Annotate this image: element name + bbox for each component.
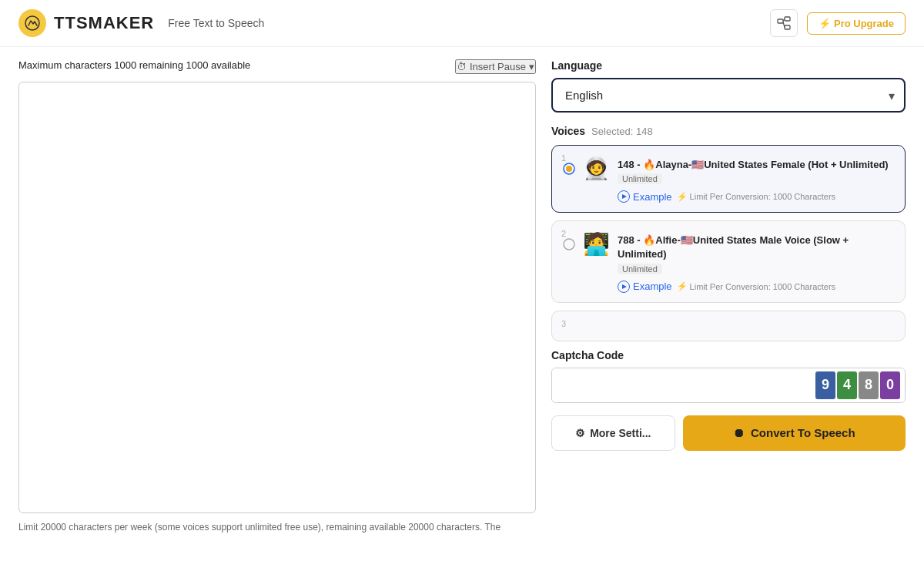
voices-label: Voices	[551, 125, 585, 137]
svg-line-5	[783, 22, 785, 28]
voice-radio-2[interactable]	[563, 238, 575, 253]
bolt-icon-2: ⚡	[677, 281, 688, 291]
svg-line-4	[783, 19, 785, 22]
app-subtitle: Free Text to Speech	[168, 17, 264, 29]
voice-badge-2: Unlimited	[618, 264, 662, 274]
logo-area: TTSMAKER Free Text to Speech	[18, 9, 264, 37]
settings-icon: ⚙	[575, 427, 585, 439]
voice-avatar-2: 🧑‍💻	[583, 234, 610, 255]
pro-upgrade-button[interactable]: ⚡ Pro Upgrade	[807, 12, 906, 35]
captcha-char-2: 4	[837, 371, 857, 399]
example-label-1: Example	[633, 191, 672, 203]
voices-header: Voices Selected: 148	[551, 125, 906, 137]
voice-info-2: 788 - 🔥Alfie-🇺🇸United States Male Voice …	[618, 234, 894, 292]
char-info: Maximum characters 1000 remaining 1000 a…	[18, 59, 250, 71]
svg-point-10	[564, 239, 574, 250]
captcha-image: 9 4 8 0	[811, 368, 905, 402]
example-play-1[interactable]: Example	[618, 190, 672, 203]
example-play-2[interactable]: Example	[618, 281, 672, 293]
captcha-char-1: 9	[815, 371, 835, 399]
captcha-row: 9 4 8 0	[551, 368, 906, 403]
svg-marker-9	[622, 194, 627, 199]
language-label: Language	[551, 59, 906, 72]
voices-count: Selected: 148	[591, 126, 653, 137]
textarea-header: Maximum characters 1000 remaining 1000 a…	[18, 59, 536, 77]
settings-label: More Setti...	[590, 427, 651, 439]
captcha-char-3: 8	[859, 371, 879, 399]
clock-icon: ⏱	[457, 61, 467, 72]
example-label-2: Example	[633, 281, 672, 292]
voice-avatar-1: 🧑‍🚀	[583, 158, 610, 180]
voice-card-1-inner: 🧑‍🚀 148 - 🔥Alayna-🇺🇸United States Female…	[563, 158, 894, 203]
voice-radio-1[interactable]	[563, 163, 575, 177]
settings-button[interactable]: ⚙ More Setti...	[551, 415, 675, 451]
voice-badge-1: Unlimited	[618, 173, 662, 184]
insert-pause-label: Insert Pause	[470, 61, 526, 72]
bottom-buttons: ⚙ More Setti... ⏺ Convert To Speech	[551, 415, 906, 451]
pro-label: Pro Upgrade	[834, 18, 894, 29]
captcha-input[interactable]	[552, 368, 811, 402]
voice-num-1: 1	[561, 153, 566, 163]
main-container: Maximum characters 1000 remaining 1000 a…	[0, 47, 924, 533]
svg-rect-1	[778, 19, 783, 23]
chevron-down-icon: ▾	[529, 61, 534, 72]
convert-button[interactable]: ⏺ Convert To Speech	[683, 415, 906, 451]
left-panel: Maximum characters 1000 remaining 1000 a…	[18, 47, 536, 533]
voice-example-row-1: Example ⚡ Limit Per Conversion: 1000 Cha…	[618, 190, 894, 203]
language-select[interactable]: English Spanish French German Chinese Ja…	[551, 78, 906, 113]
header-actions: ⚡ Pro Upgrade	[770, 9, 906, 37]
voice-info-1: 148 - 🔥Alayna-🇺🇸United States Female (Ho…	[618, 158, 894, 203]
svg-marker-12	[622, 284, 627, 289]
right-panel: Language English Spanish French German C…	[551, 47, 906, 533]
pro-icon: ⚡	[819, 18, 831, 29]
limit-text-1: ⚡ Limit Per Conversion: 1000 Characters	[677, 192, 836, 202]
svg-rect-3	[785, 25, 790, 29]
convert-label: Convert To Speech	[751, 426, 855, 439]
app-name: TTSMAKER	[54, 13, 154, 33]
convert-icon: ⏺	[733, 426, 745, 439]
voice-name-1: 148 - 🔥Alayna-🇺🇸United States Female (Ho…	[618, 158, 894, 172]
voice-card-2-inner: 🧑‍💻 788 - 🔥Alfie-🇺🇸United States Male Vo…	[563, 234, 894, 292]
voice-num-3: 3	[561, 319, 566, 328]
voice-card-2[interactable]: 2 🧑‍💻 788 - 🔥Alfie-🇺🇸United States Male …	[551, 220, 906, 302]
language-select-wrapper: English Spanish French German Chinese Ja…	[551, 78, 906, 113]
text-input[interactable]	[18, 82, 536, 513]
insert-pause-button[interactable]: ⏱ Insert Pause ▾	[455, 59, 536, 74]
logo-icon	[18, 9, 46, 37]
captcha-label: Captcha Code	[551, 349, 906, 361]
voice-card-3[interactable]: 3	[551, 311, 906, 341]
header: TTSMAKER Free Text to Speech ⚡ Pro Upgra…	[0, 0, 924, 47]
limit-text-2: ⚡ Limit Per Conversion: 1000 Characters	[677, 281, 836, 291]
bolt-icon-1: ⚡	[677, 192, 688, 202]
svg-rect-2	[785, 17, 790, 21]
share-button[interactable]	[770, 9, 798, 37]
voice-card-1[interactable]: 1 🧑‍🚀 148 - 🔥Alayna-🇺🇸United States Fema…	[551, 145, 906, 213]
captcha-char-4: 0	[880, 371, 900, 399]
voice-num-2: 2	[561, 229, 566, 238]
voice-example-row-2: Example ⚡ Limit Per Conversion: 1000 Cha…	[618, 281, 894, 293]
bottom-note: Limit 20000 characters per week (some vo…	[18, 522, 536, 533]
voice-name-2: 788 - 🔥Alfie-🇺🇸United States Male Voice …	[618, 234, 894, 261]
svg-point-7	[566, 166, 572, 172]
